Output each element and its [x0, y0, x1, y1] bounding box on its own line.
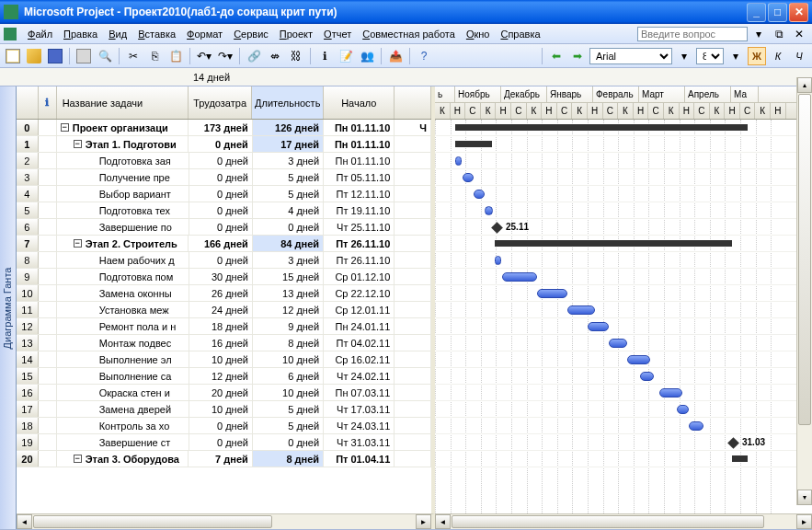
gantt-row[interactable] [435, 285, 812, 302]
task-name-cell[interactable]: Получение пре [57, 169, 189, 185]
print-icon[interactable] [74, 47, 93, 65]
start-cell[interactable]: Чт 24.03.11 [324, 418, 395, 433]
task-row[interactable]: 5Подготовка тех0 дней4 днейПт 19.11.10 [17, 202, 431, 219]
row-id[interactable]: 11 [17, 302, 39, 317]
start-cell[interactable]: Ср 01.12.10 [324, 269, 395, 284]
duration-cell[interactable]: 3 дней [253, 153, 324, 168]
work-cell[interactable]: 10 дней [189, 401, 253, 417]
maximize-button[interactable]: □ [768, 3, 787, 22]
task-name-cell[interactable]: Завершение ст [57, 434, 189, 450]
row-info[interactable] [39, 120, 57, 135]
info-column-header[interactable]: ℹ [39, 86, 57, 119]
extra-column-header[interactable] [395, 86, 431, 119]
row-id[interactable]: 1 [17, 136, 39, 152]
menu-правка[interactable]: Правка [58, 27, 103, 41]
undo-icon[interactable]: ↶▾ [195, 47, 213, 65]
duration-cell[interactable]: 5 дней [253, 186, 324, 202]
task-row[interactable]: 16Окраска стен и20 дней10 днейПн 07.03.1… [17, 385, 431, 401]
row-info[interactable] [39, 236, 57, 251]
task-row[interactable]: 9Подготовка пом30 дней15 днейСр 01.12.10 [17, 269, 431, 285]
task-name-cell[interactable]: Выполнение эл [57, 351, 189, 367]
rest-cell[interactable] [395, 136, 431, 152]
task-row[interactable]: 3Получение пре0 дней5 днейПт 05.11.10 [17, 169, 431, 186]
close-button[interactable]: ✕ [789, 3, 808, 22]
work-cell[interactable]: 0 дней [189, 186, 253, 202]
menu-совместная работа[interactable]: Совместная работа [357, 27, 461, 41]
gantt-row[interactable] [435, 269, 812, 285]
table-hscroll-thumb[interactable] [33, 515, 272, 528]
row-id[interactable]: 8 [17, 252, 39, 268]
task-name-cell[interactable]: −Этап 2. Строитель [57, 236, 189, 251]
work-cell[interactable]: 0 дней [189, 153, 253, 168]
task-name-cell[interactable]: −Этап 3. Оборудова [57, 451, 189, 467]
work-cell[interactable]: 24 дней [189, 302, 253, 317]
task-name-cell[interactable]: −Этап 1. Подготови [57, 136, 189, 152]
start-cell[interactable]: Пн 01.11.10 [324, 120, 395, 135]
task-row[interactable]: 6Завершение по0 дней0 днейЧт 25.11.10 [17, 219, 431, 236]
print-preview-icon[interactable]: 🔍 [96, 47, 114, 65]
milestone-icon[interactable] [491, 222, 503, 234]
restore-window-icon[interactable]: ⧉ [770, 25, 788, 43]
row-id[interactable]: 6 [17, 219, 39, 235]
gantt-row[interactable] [435, 169, 812, 186]
task-row[interactable]: 11Установка меж24 дней12 днейСр 12.01.11 [17, 302, 431, 318]
menu-проект[interactable]: Проект [274, 27, 318, 41]
gantt-row[interactable] [435, 351, 812, 368]
duration-cell[interactable]: 0 дней [253, 219, 324, 235]
work-cell[interactable]: 0 дней [189, 202, 253, 218]
minimize-button[interactable]: _ [747, 3, 766, 22]
rest-cell[interactable]: Ч [395, 120, 431, 135]
task-row[interactable]: 20−Этап 3. Оборудова7 дней8 днейПт 01.04… [17, 451, 431, 467]
duration-cell[interactable]: 10 дней [253, 385, 324, 400]
row-id[interactable]: 14 [17, 351, 39, 367]
work-cell[interactable]: 10 дней [189, 351, 253, 367]
task-bar[interactable] [609, 339, 627, 348]
menu-вставка[interactable]: Вставка [132, 27, 181, 41]
task-name-cell[interactable]: Завершение по [57, 219, 189, 235]
task-name-cell[interactable]: −Проект организаци [57, 120, 189, 135]
row-info[interactable] [39, 418, 57, 433]
task-name-cell[interactable]: Окраска стен и [57, 385, 189, 400]
work-cell[interactable]: 0 дней [189, 418, 253, 433]
rest-cell[interactable] [395, 401, 431, 417]
task-row[interactable]: 13Монтаж подвес16 дней8 днейПт 04.02.11 [17, 335, 431, 351]
row-info[interactable] [39, 335, 57, 351]
rest-cell[interactable] [395, 451, 431, 467]
row-id[interactable]: 17 [17, 401, 39, 417]
outline-toggle-icon[interactable]: − [61, 123, 69, 132]
duration-cell[interactable]: 0 дней [253, 434, 324, 450]
help-dropdown-icon[interactable]: ▾ [749, 25, 768, 43]
rest-cell[interactable] [395, 252, 431, 268]
row-info[interactable] [39, 302, 57, 317]
gantt-row[interactable] [435, 120, 812, 136]
start-cell[interactable]: Пт 04.02.11 [324, 335, 395, 351]
link-icon[interactable]: 🔗 [245, 47, 263, 65]
task-row[interactable]: 12Ремонт пола и н18 дней9 днейПн 24.01.1… [17, 318, 431, 335]
task-row[interactable]: 18Контроль за хо0 дней5 днейЧт 24.03.11 [17, 418, 431, 434]
gantt-row[interactable] [435, 401, 812, 418]
work-cell[interactable]: 16 дней [189, 335, 253, 351]
work-cell[interactable]: 173 дней [189, 120, 252, 135]
gantt-row[interactable] [435, 136, 812, 153]
row-info[interactable] [39, 351, 57, 367]
underline-button[interactable]: Ч [790, 47, 808, 65]
rest-cell[interactable] [395, 418, 431, 433]
task-bar[interactable] [588, 322, 609, 331]
menu-вид[interactable]: Вид [103, 27, 132, 41]
redo-icon[interactable]: ↷▾ [216, 47, 234, 65]
start-cell[interactable]: Ср 12.01.11 [324, 302, 395, 317]
task-row[interactable]: 17Замена дверей10 дней5 днейЧт 17.03.11 [17, 401, 431, 418]
task-bar[interactable] [495, 256, 501, 265]
rest-cell[interactable] [395, 202, 431, 218]
gantt-row[interactable] [435, 236, 812, 252]
row-id[interactable]: 10 [17, 285, 39, 301]
start-cell[interactable]: Пн 01.11.10 [324, 153, 395, 168]
rest-cell[interactable] [395, 186, 431, 202]
work-cell[interactable]: 0 дней [189, 219, 253, 235]
row-id[interactable]: 4 [17, 186, 39, 202]
font-name-select[interactable]: Arial [589, 48, 672, 64]
summary-bar[interactable] [732, 455, 748, 462]
outline-toggle-icon[interactable]: − [74, 239, 82, 248]
row-info[interactable] [39, 385, 57, 400]
gantt-hscroll-thumb[interactable] [452, 515, 764, 528]
